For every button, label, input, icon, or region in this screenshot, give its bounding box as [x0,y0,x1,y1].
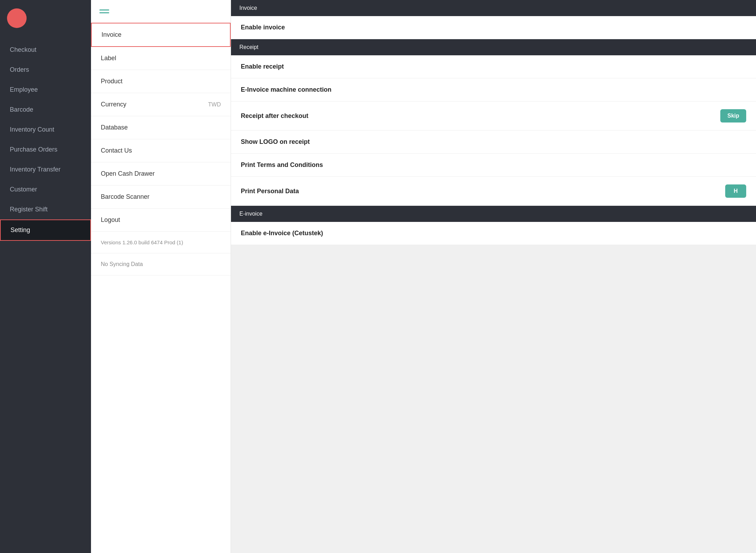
sidebar-item-customer[interactable]: Customer [0,180,91,200]
section-header-invoice: Invoice [231,0,756,16]
nav-item-open-cash-drawer[interactable]: Open Cash Drawer [91,162,231,186]
sidebar-item-inventory-count[interactable]: Inventory Count [0,120,91,140]
setting-label-receipt-after-checkout: Receipt after checkout [241,112,308,120]
sidebar-item-register-shift[interactable]: Register Shift [0,200,91,219]
nav-item-contact-us[interactable]: Contact Us [91,139,231,162]
menu-toggle-button[interactable] [91,0,231,23]
setting-label-print-personal: Print Personal Data [241,188,299,195]
section-header-e-invoice: E-invoice [231,206,756,222]
hamburger-line-2 [99,12,109,13]
currency-badge: TWD [208,102,221,108]
hamburger-line-1 [99,9,109,10]
nav-item-database[interactable]: Database [91,116,231,139]
setting-label-e-invoice-machine: E-Invoice machine connection [241,86,331,93]
setting-label-enable-receipt: Enable receipt [241,63,284,70]
sidebar-item-checkout[interactable]: Checkout [0,40,91,60]
middle-panel: InvoiceLabelProductCurrencyTWDDatabaseCo… [91,0,231,553]
setting-item-e-invoice-machine[interactable]: E-Invoice machine connection [231,78,756,102]
sidebar-header [0,0,91,36]
bottom-gray-area [231,245,756,553]
nav-item-invoice[interactable]: Invoice [91,23,231,47]
nav-item-no-sync[interactable]: No Syncing Data [91,253,231,275]
setting-item-enable-invoice[interactable]: Enable invoice [231,16,756,39]
nav-item-label[interactable]: Label [91,47,231,70]
setting-label-show-logo: Show LOGO on receipt [241,138,310,146]
nav-item-version[interactable]: Versions 1.26.0 build 6474 Prod (1) [91,232,231,253]
nav-item-product[interactable]: Product [91,70,231,93]
sidebar-item-employee[interactable]: Employee [0,80,91,100]
toggle-skip-button[interactable]: Skip [720,109,746,122]
setting-item-receipt-after-checkout[interactable]: Receipt after checkoutSkip [231,102,756,131]
toggle-on-button[interactable]: H [725,184,746,198]
setting-label-enable-invoice: Enable invoice [241,24,285,31]
sidebar-item-barcode[interactable]: Barcode [0,100,91,120]
right-panel: InvoiceEnable invoiceReceiptEnable recei… [231,0,756,553]
setting-label-print-terms: Print Terms and Conditions [241,161,323,169]
setting-item-print-personal[interactable]: Print Personal DataH [231,177,756,206]
setting-item-print-terms[interactable]: Print Terms and Conditions [231,154,756,177]
section-header-receipt: Receipt [231,39,756,55]
settings-nav-list: InvoiceLabelProductCurrencyTWDDatabaseCo… [91,23,231,553]
setting-item-enable-receipt[interactable]: Enable receipt [231,55,756,78]
sidebar-item-setting[interactable]: Setting [0,219,91,241]
setting-item-enable-einvoice[interactable]: Enable e-Invoice (Cetustek) [231,222,756,245]
nav-item-currency[interactable]: CurrencyTWD [91,93,231,116]
sidebar-nav: CheckoutOrdersEmployeeBarcodeInventory C… [0,36,91,553]
nav-item-logout[interactable]: Logout [91,209,231,232]
sidebar-item-orders[interactable]: Orders [0,60,91,80]
avatar [7,8,27,28]
sidebar: CheckoutOrdersEmployeeBarcodeInventory C… [0,0,91,553]
sidebar-item-purchase-orders[interactable]: Purchase Orders [0,140,91,160]
setting-item-show-logo[interactable]: Show LOGO on receipt [231,131,756,154]
setting-label-enable-einvoice: Enable e-Invoice (Cetustek) [241,230,323,237]
sidebar-item-inventory-transfer[interactable]: Inventory Transfer [0,160,91,180]
nav-item-barcode-scanner[interactable]: Barcode Scanner [91,186,231,209]
